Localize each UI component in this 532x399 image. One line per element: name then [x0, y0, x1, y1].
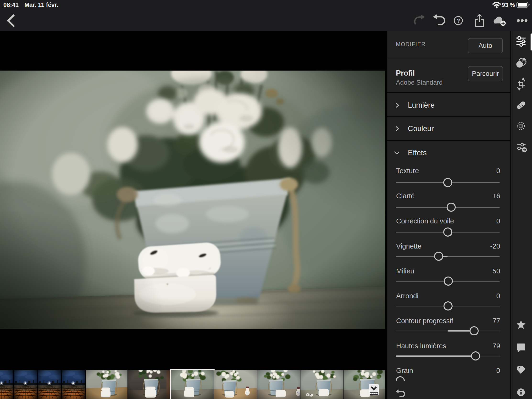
svg-text:?: ?	[457, 18, 460, 24]
